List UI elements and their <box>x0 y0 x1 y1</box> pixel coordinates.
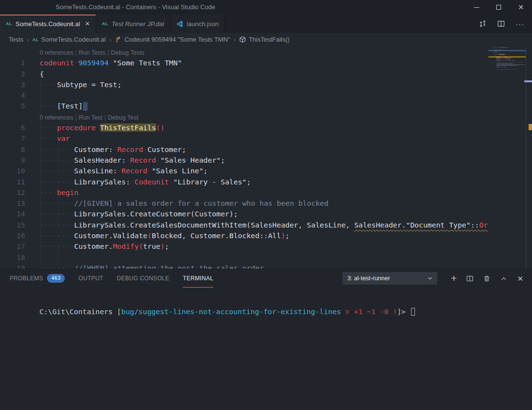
minimap-code: 0 references|Run Tests|Debug Tests1codeu… <box>488 46 492 70</box>
code-lines: 0 references|Run Tests|Debug Tests1codeu… <box>0 47 488 269</box>
terminal-git-stats: +1 ~1 -0 ! <box>350 307 397 316</box>
tab-terminal[interactable]: TERMINAL <box>183 269 213 288</box>
code-line-18[interactable]: 18 <box>0 252 488 263</box>
new-terminal-button[interactable]: + <box>451 273 457 283</box>
code-line-4[interactable]: 4 <box>0 90 488 101</box>
tab-launch-json[interactable]: launch.json <box>170 15 225 33</box>
minimize-button[interactable] <box>465 0 488 15</box>
tab-output[interactable]: OUTPUT <box>78 269 103 288</box>
terminal-path: C:\Git\Containers <box>39 307 117 316</box>
line-number: 4 <box>0 90 25 101</box>
codelens: 0 references|Run Test|Debug Test <box>0 112 488 122</box>
codelens-link[interactable]: Run Test <box>79 114 103 121</box>
breadcrumb-file[interactable]: AL SomeTests.Codeunit.al <box>32 36 106 43</box>
class-symbol-icon <box>115 36 122 43</box>
tab-label: SomeTests.Codeunit.al <box>15 20 80 28</box>
line-number: 13 <box>0 198 25 209</box>
codelens-link[interactable]: 0 references <box>40 49 73 56</box>
code-line-16[interactable]: 16········Customer.Validate(Blocked,·Cus… <box>0 230 488 241</box>
line-number: 17 <box>0 241 25 252</box>
code-line-2[interactable]: 2{ <box>0 69 488 79</box>
more-actions-icon[interactable]: ··· <box>516 20 524 28</box>
code-line-12[interactable]: 12····begin <box>0 187 488 198</box>
line-number: 14 <box>0 209 25 219</box>
code-line-14[interactable]: 14········LibrarySales.CreateCustomer(Cu… <box>0 209 488 219</box>
chevron-down-icon <box>427 275 433 282</box>
title-bar: SomeTests.Codeunit.al - Containers - Vis… <box>0 0 532 15</box>
code-line-17[interactable]: 17········Customer.Modify(true); <box>0 241 488 252</box>
line-number: 2 <box>0 69 25 79</box>
tab-sometests-codeunit[interactable]: AL SomeTests.Codeunit.al ✕ <box>0 15 96 33</box>
code-line-19[interactable]: 19········//[WHEN]·attempting·the·post·t… <box>0 263 488 269</box>
codelens-link[interactable]: Debug Tests <box>111 49 144 56</box>
code-line-15[interactable]: 15········LibrarySales.CreateSalesDocume… <box>0 220 488 230</box>
close-button[interactable]: ✕ <box>510 0 532 15</box>
code-line-13[interactable]: 13········//[GIVEN]·a·sales·order·for·a·… <box>0 198 488 209</box>
maximize-icon <box>496 5 501 10</box>
maximize-panel-button[interactable] <box>500 275 507 282</box>
overview-ruler <box>526 46 532 269</box>
codelens-link[interactable]: 0 references <box>40 114 73 121</box>
terminal-bracket-close: ] <box>397 307 401 316</box>
close-icon: ✕ <box>518 4 524 11</box>
method-symbol-icon <box>239 36 246 43</box>
terminal-cursor <box>411 308 415 316</box>
terminal-bracket-open: [ <box>117 307 121 316</box>
line-number: 9 <box>0 155 25 166</box>
window-title: SomeTests.Codeunit.al - Containers - Vis… <box>56 3 215 11</box>
editor-cursor <box>83 102 88 111</box>
breadcrumb-separator: › <box>234 36 236 44</box>
minimap[interactable]: 0 references|Run Tests|Debug Tests1codeu… <box>488 46 526 269</box>
code-line-11[interactable]: 11········LibrarySales:·Codeunit·"Librar… <box>0 177 488 187</box>
terminal-content[interactable]: C:\Git\Containers [bug/suggest-lines-not… <box>14 297 522 326</box>
terminal-git-branch: bug/suggest-lines-not-accounting-for-exi… <box>121 307 341 316</box>
breadcrumb-codeunit[interactable]: Codeunit 9059494 "Some Tests TMN" <box>115 36 230 43</box>
breadcrumb-method[interactable]: ThisTestFails() <box>239 36 290 43</box>
al-file-icon: AL <box>102 21 108 26</box>
tab-problems[interactable]: PROBLEMS 463 <box>10 269 65 288</box>
code-editor[interactable]: 0 references|Run Tests|Debug Tests1codeu… <box>0 46 532 269</box>
close-panel-button[interactable]: ✕ <box>517 275 523 282</box>
code-line-3[interactable]: 3····Subtype·=·Test; <box>0 79 488 90</box>
terminal-picker[interactable]: 3: al-test-runner <box>342 272 437 285</box>
split-terminal-button[interactable] <box>466 275 473 282</box>
maximize-button[interactable] <box>488 0 510 15</box>
split-editor-icon[interactable] <box>497 20 505 28</box>
code-line-9[interactable]: 9········SalesHeader:·Record·"Sales·Head… <box>0 155 488 166</box>
code-line-1[interactable]: 1codeunit·9059494·"Some·Tests·TMN" <box>0 58 488 68</box>
codelens-link[interactable]: Debug Test <box>108 114 138 121</box>
terminal-prompt-caret: > <box>401 307 410 316</box>
line-number: 5 <box>0 101 25 111</box>
vscode-file-icon <box>176 20 183 28</box>
line-number: 7 <box>0 133 25 144</box>
breadcrumb-tests[interactable]: Tests <box>9 36 23 43</box>
tab-test-runner[interactable]: AL Test Runner JP.dal <box>96 15 170 33</box>
line-number: 10 <box>0 166 25 176</box>
overview-warning-mark <box>529 124 532 130</box>
al-file-icon: AL <box>32 37 39 42</box>
code-line-19[interactable]: 19 //[WHEN] attempting the post the sale… <box>488 69 492 70</box>
line-number: 11 <box>0 177 25 187</box>
line-number: 1 <box>0 58 25 68</box>
line-number: 3 <box>0 79 25 90</box>
tab-label: launch.json <box>187 20 219 28</box>
line-number: 19 <box>0 263 25 269</box>
codelens-link[interactable]: Run Tests <box>79 49 105 56</box>
tab-close-icon[interactable]: ✕ <box>85 20 90 27</box>
line-number: 6 <box>0 122 25 133</box>
line-number: 12 <box>0 187 25 198</box>
tab-debug-console[interactable]: DEBUG CONSOLE <box>117 269 170 288</box>
code-line-10[interactable]: 10········SalesLine:·Record·"Sales·Line"… <box>0 166 488 176</box>
open-changes-icon[interactable] <box>479 20 487 28</box>
bottom-panel: PROBLEMS 463 OUTPUT DEBUG CONSOLE TERMIN… <box>0 269 532 410</box>
kill-terminal-button[interactable] <box>483 275 490 282</box>
code-line-6[interactable]: 6····procedure·ThisTestFails() <box>0 122 488 133</box>
overview-cursor-mark <box>524 80 532 82</box>
code-line-7[interactable]: 7····var <box>0 133 488 144</box>
line-number <box>0 112 25 122</box>
codelens: 0 references|Run Tests|Debug Tests <box>0 47 488 58</box>
code-line-5[interactable]: 5····[Test] <box>0 101 488 111</box>
code-line-8[interactable]: 8········Customer:·Record·Customer; <box>0 144 488 155</box>
breadcrumb-separator: › <box>109 36 112 44</box>
minimize-icon <box>474 7 479 8</box>
